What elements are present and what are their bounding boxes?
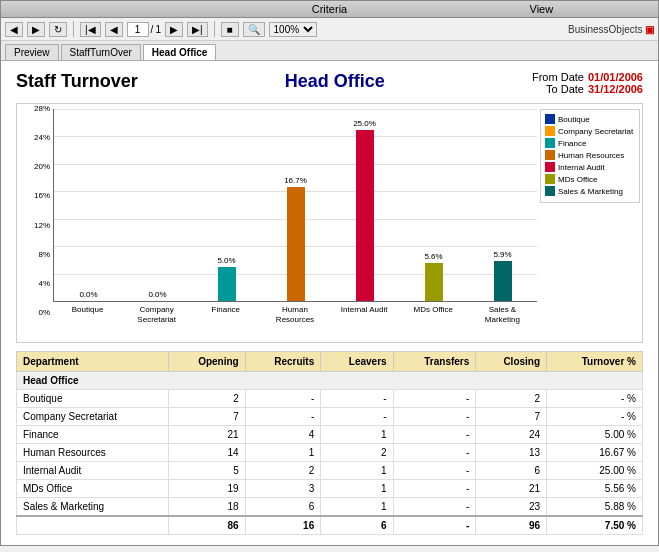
criteria-label: Criteria xyxy=(312,3,347,15)
page-input[interactable] xyxy=(127,22,149,37)
title-bar: Criteria View xyxy=(1,1,658,18)
report-title: Staff Turnover xyxy=(16,71,138,92)
prev-page-button[interactable]: ◀ xyxy=(105,22,123,37)
cell-turnover: 5.56 % xyxy=(547,480,643,498)
cell-leavers: - xyxy=(321,390,393,408)
cell-recruits: 2 xyxy=(245,462,321,480)
cell-dept: Boutique xyxy=(17,390,169,408)
x-label-4: Internal Audit xyxy=(330,302,399,342)
bar-rect xyxy=(218,267,236,301)
from-date-row: From Date 01/01/2006 xyxy=(532,71,643,83)
bar-group-company-secretariat: 0.0% xyxy=(123,109,192,301)
cell-opening: 21 xyxy=(169,426,245,444)
tab-bar: Preview StaffTurnOver Head Office xyxy=(1,41,658,61)
from-date-value: 01/01/2006 xyxy=(588,71,643,83)
cell-recruits: 6 xyxy=(245,498,321,517)
legend-color xyxy=(545,114,555,124)
x-label-0: Boutique xyxy=(53,302,122,342)
next-page-button[interactable]: ▶ xyxy=(165,22,183,37)
cell-transfers: - xyxy=(393,498,476,517)
legend-label: Company Secretariat xyxy=(558,127,633,136)
col-transfers: Transfers xyxy=(393,352,476,372)
y-label-12: 12% xyxy=(22,221,50,230)
brand-logo: BusinessObjects ▣ xyxy=(568,24,654,35)
cell-closing: 24 xyxy=(476,426,547,444)
stop-button[interactable]: ■ xyxy=(221,22,239,37)
col-dept: Department xyxy=(17,352,169,372)
bar-rect xyxy=(425,263,443,301)
cell-closing: 7 xyxy=(476,408,547,426)
bar-group-human-resources: 16.7% xyxy=(261,109,330,301)
from-date-label: From Date xyxy=(532,71,584,83)
cell-transfers: - xyxy=(393,480,476,498)
chart-legend: BoutiqueCompany SecretariatFinanceHuman … xyxy=(540,109,640,203)
cell-dept: Sales & Marketing xyxy=(17,498,169,517)
view-label: View xyxy=(530,3,554,15)
bar-group-boutique: 0.0% xyxy=(54,109,123,301)
bar-value-label: 5.6% xyxy=(424,252,442,261)
col-closing: Closing xyxy=(476,352,547,372)
search-button[interactable]: 🔍 xyxy=(243,22,265,37)
first-page-button[interactable]: |◀ xyxy=(80,22,101,37)
table-row: Finance2141-245.00 % xyxy=(17,426,643,444)
cell-turnover: 16.67 % xyxy=(547,444,643,462)
cell-turnover: 5.88 % xyxy=(547,498,643,517)
bar-value-label: 5.9% xyxy=(493,250,511,259)
report-dept: Head Office xyxy=(138,71,532,92)
cell-closing: 21 xyxy=(476,480,547,498)
table-row: Internal Audit521-625.00 % xyxy=(17,462,643,480)
to-date-row: To Date 31/12/2006 xyxy=(532,83,643,95)
legend-color xyxy=(545,186,555,196)
zoom-control[interactable]: 100% 75% 50% 125% xyxy=(269,22,317,37)
cell-opening: 19 xyxy=(169,480,245,498)
cell-closing: 2 xyxy=(476,390,547,408)
cell-recruits: - xyxy=(245,390,321,408)
cell-dept: Finance xyxy=(17,426,169,444)
refresh-button[interactable]: ↻ xyxy=(49,22,67,37)
zoom-select[interactable]: 100% 75% 50% 125% xyxy=(269,22,317,37)
cell-dept: Human Resources xyxy=(17,444,169,462)
page-total: 1 xyxy=(155,24,161,35)
total-transfers: - xyxy=(393,516,476,535)
total-turnover: 7.50 % xyxy=(547,516,643,535)
cell-leavers: 1 xyxy=(321,480,393,498)
legend-label: Internal Audit xyxy=(558,163,605,172)
bar-group-mds-office: 5.6% xyxy=(399,109,468,301)
total-closing: 96 xyxy=(476,516,547,535)
back-button[interactable]: ◀ xyxy=(5,22,23,37)
cell-opening: 7 xyxy=(169,408,245,426)
legend-label: Finance xyxy=(558,139,586,148)
last-page-button[interactable]: ▶| xyxy=(187,22,208,37)
legend-item: Human Resources xyxy=(545,150,635,160)
cell-opening: 14 xyxy=(169,444,245,462)
bar-group-finance: 5.0% xyxy=(192,109,261,301)
y-label-28: 28% xyxy=(22,104,50,113)
bar-rect xyxy=(287,187,305,302)
forward-button[interactable]: ▶ xyxy=(27,22,45,37)
total-leavers: 6 xyxy=(321,516,393,535)
bars-container: 0.0%0.0%5.0%16.7%25.0%5.6%5.9% xyxy=(53,109,537,302)
bar-rect xyxy=(356,130,374,301)
cell-leavers: - xyxy=(321,408,393,426)
cell-turnover: 5.00 % xyxy=(547,426,643,444)
tab-preview[interactable]: Preview xyxy=(5,44,59,60)
tab-staffturnover[interactable]: StaffTurnOver xyxy=(61,44,141,60)
total-opening: 86 xyxy=(169,516,245,535)
cell-recruits: 4 xyxy=(245,426,321,444)
cell-leavers: 1 xyxy=(321,498,393,517)
legend-label: Sales & Marketing xyxy=(558,187,623,196)
x-label-5: MDs Office xyxy=(399,302,468,342)
cell-recruits: - xyxy=(245,408,321,426)
legend-color xyxy=(545,162,555,172)
cell-dept: Company Secretariat xyxy=(17,408,169,426)
total-recruits: 16 xyxy=(245,516,321,535)
toolbar: ◀ ▶ ↻ |◀ ◀ / 1 ▶ ▶| ■ 🔍 100% 75% 50% 125… xyxy=(1,18,658,41)
legend-color xyxy=(545,138,555,148)
table-row: Boutique2---2- % xyxy=(17,390,643,408)
legend-item: Company Secretariat xyxy=(545,126,635,136)
brand-name: BusinessObjects xyxy=(568,24,642,35)
y-label-20: 20% xyxy=(22,162,50,171)
tab-headoffice[interactable]: Head Office xyxy=(143,44,217,60)
table-row: Sales & Marketing1861-235.88 % xyxy=(17,498,643,517)
cell-transfers: - xyxy=(393,408,476,426)
